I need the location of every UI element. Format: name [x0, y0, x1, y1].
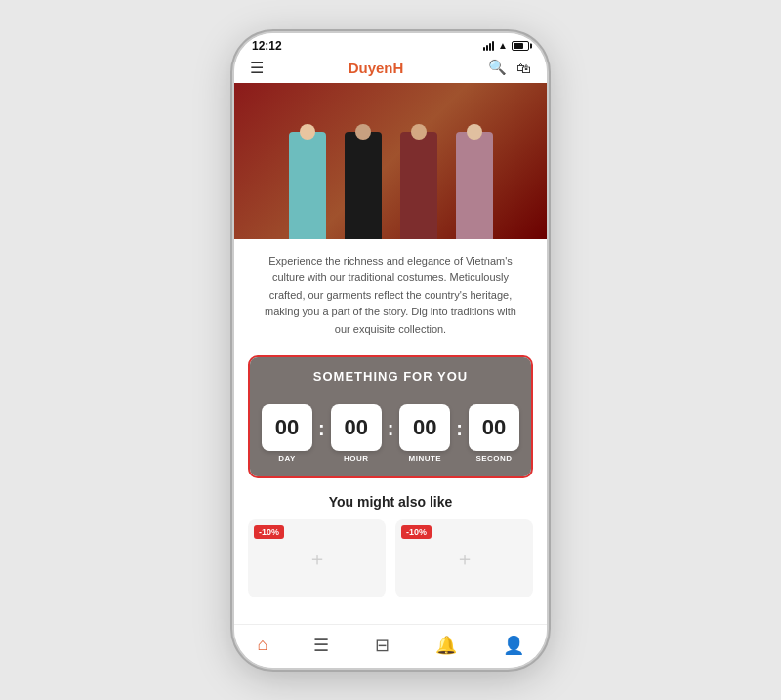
countdown-minute-box: 00 [399, 404, 450, 451]
products-row: -10% ＋ -10% ＋ [234, 519, 547, 611]
colon-3: : [456, 418, 463, 440]
cart-icon[interactable]: 🛍 [516, 60, 531, 76]
figure-2 [336, 103, 390, 239]
figure-4 [447, 103, 501, 239]
colon-2: : [388, 418, 394, 440]
countdown-second: 00 SECOND [469, 404, 519, 463]
nav-actions: 🔍 🛍 [488, 59, 531, 76]
battery-icon [512, 41, 529, 51]
hero-banner [234, 83, 547, 239]
bottom-nav-home[interactable]: ⌂ [247, 633, 277, 657]
product-card-2[interactable]: -10% ＋ [395, 519, 533, 597]
search-icon[interactable]: 🔍 [488, 59, 507, 76]
phone-frame: 12:12 ▲ ☰ DuyenH 🔍 🛍 [234, 33, 547, 668]
description-text: Experience the richness and elegance of … [234, 239, 547, 352]
countdown-hour-value: 00 [344, 417, 367, 438]
countdown-minute: 00 MINUTE [399, 404, 450, 463]
recommendations-title: You might also like [234, 490, 547, 519]
countdown-title: SOMETHING FOR YOU [313, 369, 468, 384]
countdown-section: SOMETHING FOR YOU 00 DAY : 00 HOUR : [248, 355, 533, 478]
product-card-1[interactable]: -10% ＋ [248, 519, 386, 597]
list-icon: ☰ [313, 635, 329, 656]
menu-icon[interactable]: ☰ [250, 59, 264, 77]
bottom-nav-search[interactable]: ⊟ [365, 633, 399, 658]
search-nav-icon: ⊟ [375, 635, 390, 656]
colon-1: : [318, 418, 325, 440]
countdown-second-box: 00 [469, 404, 519, 451]
scroll-content[interactable]: Experience the richness and elegance of … [234, 83, 547, 624]
app-title: DuyenH [349, 60, 404, 76]
countdown-day: 00 DAY [262, 404, 312, 463]
bottom-nav-list[interactable]: ☰ [304, 633, 339, 658]
home-icon: ⌂ [257, 635, 267, 655]
profile-icon: 👤 [503, 635, 524, 656]
countdown-minute-value: 00 [413, 417, 436, 438]
bottom-nav-profile[interactable]: 👤 [493, 633, 534, 658]
bell-icon: 🔔 [435, 635, 457, 656]
countdown-hour-label: HOUR [344, 454, 369, 463]
status-time: 12:12 [252, 39, 282, 53]
countdown-minute-label: MINUTE [409, 454, 442, 463]
hero-figures [234, 83, 547, 239]
discount-badge-1: -10% [254, 525, 284, 539]
description-content: Experience the richness and elegance of … [265, 255, 516, 335]
countdown-hour-box: 00 [331, 404, 382, 451]
countdown-day-value: 00 [275, 417, 299, 438]
countdown-body: 00 DAY : 00 HOUR : 00 MINUTE [250, 394, 531, 476]
status-bar: 12:12 ▲ [234, 33, 547, 55]
figure-1 [280, 103, 334, 239]
countdown-day-label: DAY [278, 454, 296, 463]
countdown-header: SOMETHING FOR YOU [250, 357, 531, 394]
discount-badge-2: -10% [401, 525, 432, 539]
bottom-nav-notifications[interactable]: 🔔 [426, 633, 467, 658]
countdown-hour: 00 HOUR [331, 404, 382, 463]
signal-icon [483, 41, 494, 51]
figure-3 [391, 103, 445, 239]
status-icons: ▲ [483, 40, 529, 51]
countdown-second-label: SECOND [475, 454, 512, 463]
top-nav: ☰ DuyenH 🔍 🛍 [234, 55, 547, 83]
countdown-day-box: 00 [262, 404, 312, 451]
bottom-nav: ⌂ ☰ ⊟ 🔔 👤 [234, 624, 547, 668]
wifi-icon: ▲ [498, 40, 508, 51]
countdown-second-value: 00 [482, 417, 506, 438]
